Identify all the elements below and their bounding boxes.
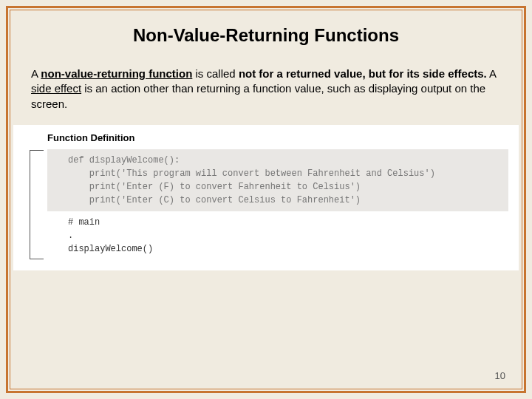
main-call-code: # main . displayWelcome(): [47, 211, 508, 257]
code-figure: Function Definition def displayWelcome()…: [13, 125, 519, 270]
para-text-mid1: is called: [192, 67, 239, 80]
figure-label: Function Definition: [47, 132, 508, 143]
body-paragraph: A non-value-returning function is called…: [31, 66, 501, 112]
slide-inner-frame: Non-Value-Returning Functions A non-valu…: [10, 10, 522, 389]
term-nvr-function: non-value-returning function: [41, 67, 192, 80]
para-text-mid2: A: [487, 67, 497, 80]
para-text-tail: is an action other than returning a func…: [31, 82, 485, 109]
para-text-pre: A: [31, 67, 41, 80]
bracket-connector: [30, 150, 44, 259]
function-definition-code: def displayWelcome(): print('This progra…: [47, 149, 508, 211]
para-bold-mid: not for a returned value, but for its si…: [239, 67, 487, 80]
slide-title: Non-Value-Returning Functions: [31, 25, 501, 46]
page-number: 10: [495, 370, 505, 381]
term-side-effect: side effect: [31, 82, 81, 95]
